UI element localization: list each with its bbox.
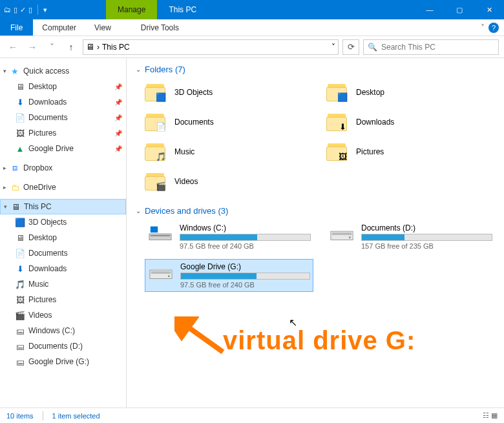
sidebar-item-label: Videos — [26, 311, 122, 320]
sidebar-item[interactable]: ▲ Google Drive 📌 — [0, 141, 126, 156]
item-icon: 🖴 — [14, 326, 26, 336]
sidebar-item[interactable]: 🖥 Desktop — [0, 230, 126, 245]
folder-grid: 🟦 3D Objects 🟦 Desktop 📄 Documents ⬇ Dow… — [136, 79, 495, 194]
sidebar-item[interactable]: 🖥 Desktop 📌 — [0, 79, 126, 94]
ribbon-tab-view[interactable]: View — [85, 19, 120, 36]
folder-item[interactable]: 🎵 Music — [145, 139, 313, 165]
sidebar-item[interactable]: 🎵 Music — [0, 276, 126, 292]
help-icon[interactable]: ? — [488, 23, 499, 33]
address-bar[interactable]: 🖥 › This PC ˅ — [83, 39, 339, 55]
folder-label: Music — [174, 147, 194, 156]
pin-icon: 📌 — [114, 130, 122, 137]
folder-item[interactable]: 🖼 Pictures — [326, 139, 495, 165]
sidebar-item[interactable]: 🎬 Videos — [0, 307, 126, 323]
sidebar-item[interactable]: ⬇ Downloads 📌 — [0, 94, 126, 110]
folder-item[interactable]: 🟦 Desktop — [326, 79, 495, 105]
forward-button[interactable]: → — [25, 39, 40, 55]
item-icon: 🖥 — [14, 82, 26, 92]
navigation-bar: ← → ˅ ↑ 🖥 › This PC ˅ ⟳ 🔍 Search This PC — [0, 36, 504, 58]
qat-dropdown-icon[interactable]: ▾ — [43, 6, 47, 14]
group-header-drives[interactable]: ⌄ Devices and drives (3) — [136, 206, 495, 216]
sidebar-item[interactable]: 📄 Documents 📌 — [0, 110, 126, 125]
sidebar-item[interactable]: 🖴 Google Drive (G:) — [0, 354, 126, 369]
drive-item[interactable]: Google Drive (G:) 97.5 GB free of 240 GB — [145, 259, 313, 292]
close-button[interactable]: ✕ — [474, 0, 504, 19]
chevron-down-icon: ⌄ — [136, 207, 141, 214]
ribbon-tab-drive-tools[interactable]: Drive Tools — [132, 19, 188, 36]
group-header-folders[interactable]: ⌄ Folders (7) — [136, 65, 495, 74]
sidebar-item-this-pc[interactable]: ▾ 🖥 This PC — [0, 199, 126, 214]
sidebar-item[interactable]: 🖼 Pictures — [0, 292, 126, 307]
view-toggles: ☷ ▦ — [483, 411, 498, 420]
recent-dropdown-icon[interactable]: ˅ — [44, 39, 59, 55]
drive-free-text: 97.5 GB free of 240 GB — [180, 281, 310, 289]
drive-usage-bar — [180, 273, 310, 280]
ribbon-tab-computer[interactable]: Computer — [33, 19, 85, 36]
details-view-icon[interactable]: ☷ — [483, 411, 489, 420]
contextual-tab-manage[interactable]: Manage — [106, 0, 157, 19]
folder-item[interactable]: 📄 Documents — [145, 109, 313, 135]
item-icon: 🖴 — [14, 342, 26, 351]
ribbon-tabs: File Computer View Drive Tools ˅ ? — [0, 19, 504, 36]
sidebar-item[interactable]: 📄 Documents — [0, 245, 126, 261]
expand-icon[interactable]: ▾ — [1, 203, 10, 210]
pin-icon: 📌 — [114, 145, 122, 152]
minimize-button[interactable]: — — [415, 0, 445, 19]
folder-label: Videos — [174, 177, 198, 186]
pin-icon: 📌 — [114, 99, 122, 106]
sidebar-item[interactable]: 🖴 Documents (D:) — [0, 338, 126, 354]
window-title: This PC — [157, 5, 208, 14]
sidebar-item-onedrive[interactable]: ▸ 🗀 OneDrive — [0, 180, 126, 195]
pin-icon: 📌 — [114, 83, 122, 90]
svg-rect-2 — [151, 235, 170, 236]
breadcrumb[interactable]: This PC — [102, 43, 130, 52]
item-icon: ▲ — [14, 144, 26, 154]
drive-info: Documents (D:) 157 GB free of 235 GB — [361, 223, 492, 250]
folder-item[interactable]: ⬇ Downloads — [326, 109, 495, 135]
separator — [43, 411, 43, 420]
this-pc-icon: 🖥 — [86, 42, 94, 52]
item-icon: ⬇ — [14, 264, 26, 274]
ribbon-expand-icon[interactable]: ˅ — [481, 23, 485, 32]
expand-icon[interactable]: ▾ — [0, 68, 9, 74]
up-button[interactable]: ↑ — [63, 39, 79, 55]
address-dropdown-icon[interactable]: ˅ — [331, 43, 335, 52]
drive-item[interactable]: Documents (D:) 157 GB free of 235 GB — [326, 221, 495, 253]
drive-item[interactable]: Windows (C:) 97.5 GB free of 240 GB — [145, 221, 313, 253]
item-icon: 📄 — [14, 249, 26, 258]
maximize-button[interactable]: ▢ — [445, 0, 474, 19]
item-icon: 📄 — [14, 113, 26, 123]
back-button[interactable]: ← — [5, 39, 21, 55]
sidebar-item-dropbox[interactable]: ▸ ⧈ Dropbox — [0, 160, 126, 176]
icons-view-icon[interactable]: ▦ — [491, 411, 498, 420]
drive-usage-bar — [180, 234, 311, 241]
sidebar-item-label: Desktop — [26, 82, 114, 91]
chevron-down-icon: ⌄ — [136, 66, 141, 73]
qat-item[interactable]: ▯ — [14, 6, 17, 14]
qat-item[interactable]: ✓ — [20, 6, 26, 14]
folder-item[interactable]: 🟦 3D Objects — [145, 79, 313, 105]
svg-rect-4 — [332, 232, 352, 235]
drive-free-text: 97.5 GB free of 240 GB — [180, 242, 311, 250]
drive-icon — [148, 262, 174, 283]
file-tab[interactable]: File — [0, 19, 33, 36]
expand-icon[interactable]: ▸ — [0, 165, 9, 171]
drive-grid: Windows (C:) 97.5 GB free of 240 GB Docu… — [136, 221, 495, 292]
sidebar-item-label: Music — [26, 280, 122, 289]
breadcrumb-chevron-icon[interactable]: › — [97, 43, 100, 52]
refresh-button[interactable]: ⟳ — [342, 39, 359, 55]
folder-label: 3D Objects — [174, 88, 213, 97]
qat-item[interactable]: ▯ — [28, 6, 32, 14]
sidebar-item[interactable]: ⬇ Downloads — [0, 261, 126, 276]
expand-icon[interactable]: ▸ — [0, 184, 9, 191]
sidebar-item[interactable]: 🖴 Windows (C:) — [0, 323, 126, 338]
folder-label: Desktop — [356, 88, 384, 97]
sidebar-item[interactable]: 🟦 3D Objects — [0, 214, 126, 230]
item-icon: 🖴 — [14, 357, 26, 367]
sidebar-item[interactable]: 🖼 Pictures 📌 — [0, 125, 126, 141]
sidebar-item-label: Google Drive (G:) — [26, 357, 122, 366]
sidebar-item-label: Pictures — [26, 295, 122, 304]
folder-item[interactable]: 🎬 Videos — [145, 169, 313, 194]
sidebar-item-quick-access[interactable]: ▾ ★ Quick access — [0, 63, 126, 79]
search-input[interactable]: 🔍 Search This PC — [363, 39, 499, 55]
